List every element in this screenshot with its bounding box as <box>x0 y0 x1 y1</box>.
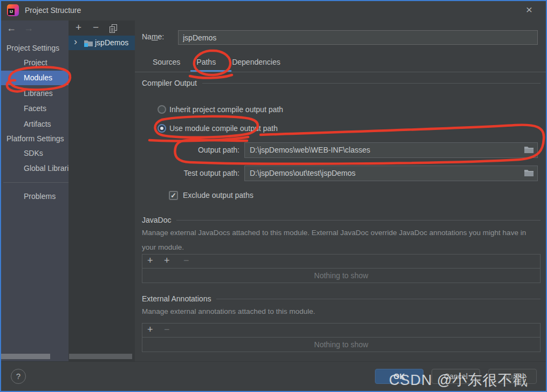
test-output-path-label: Test output path: <box>167 169 240 177</box>
sidebar-item-libraries[interactable]: Libraries <box>0 86 69 100</box>
add-module-button[interactable]: + <box>76 22 81 33</box>
javadoc-toolbar: + + − <box>142 255 540 269</box>
annotations-description: Manage external annotations attached to … <box>142 304 539 319</box>
tree-node-label: jspDemos <box>95 36 128 50</box>
back-arrow-icon[interactable]: ← <box>6 23 16 34</box>
sidebar-divider <box>3 182 69 183</box>
tab-dependencies[interactable]: Dependencies <box>232 54 281 70</box>
tree-horizontal-scrollbar[interactable] <box>69 354 132 359</box>
exclude-output-label[interactable]: Exclude output paths <box>183 191 254 200</box>
radio-inherit-output[interactable] <box>158 105 166 114</box>
sidebar-item-project[interactable]: Project <box>0 56 69 70</box>
test-output-path-field[interactable]: D:\jspDemos\out\test\jspDemos <box>244 166 538 181</box>
module-folder-icon <box>84 39 93 47</box>
sidebar-item-problems[interactable]: Problems <box>0 189 69 203</box>
browse-folder-icon[interactable] <box>524 169 534 177</box>
output-path-field[interactable]: D:\jspDemos\web\WEB-INF\classes <box>244 142 538 158</box>
remove-annotation-button: − <box>164 324 170 335</box>
remove-module-button[interactable]: − <box>93 22 99 33</box>
remove-javadoc-button: − <box>183 255 189 266</box>
annotations-list-box: + − Nothing to show <box>142 323 541 352</box>
copy-module-icon[interactable] <box>110 24 118 33</box>
javadoc-list-box: + + − Nothing to show <box>142 254 541 283</box>
add-javadoc-url-button[interactable]: + <box>164 255 170 266</box>
project-structure-dialog: IJ Project Structure × ← → Project Setti… <box>0 0 547 392</box>
javadoc-description: Manage external JavaDocs attached to thi… <box>142 225 539 255</box>
title-bar: IJ Project Structure × <box>0 0 547 20</box>
add-javadoc-button[interactable]: + <box>147 255 153 266</box>
annotations-toolbar: + − <box>142 324 540 338</box>
javadoc-empty-text: Nothing to show <box>142 269 540 283</box>
module-tree-panel: + − › jspDemos <box>69 20 135 361</box>
module-name-input[interactable] <box>178 30 538 45</box>
tab-sources[interactable]: Sources <box>153 54 180 70</box>
exclude-output-checkbox[interactable]: ✓ <box>169 191 178 200</box>
csdn-watermark: CSDN @小东很不戳 <box>389 370 528 390</box>
annotations-section-header: External Annotations <box>142 294 541 303</box>
radio-use-module-output[interactable] <box>158 124 166 133</box>
tabs-separator <box>135 72 547 72</box>
javadoc-section-header: JavaDoc <box>142 216 541 224</box>
sidebar-item-artifacts[interactable]: Artifacts <box>0 117 69 131</box>
tree-node-jspdemos[interactable]: › jspDemos <box>69 36 135 50</box>
name-label: Name: <box>142 32 164 41</box>
module-settings-pane: Name: Sources Paths Dependencies Compile… <box>135 20 547 361</box>
output-path-label: Output path: <box>167 146 240 154</box>
close-icon[interactable]: × <box>521 0 537 19</box>
compiler-output-section-header: Compiler Output <box>142 79 541 87</box>
forward-arrow-icon: → <box>24 23 33 34</box>
sidebar-item-facets[interactable]: Facets <box>0 101 69 115</box>
chevron-right-icon[interactable]: › <box>74 36 77 47</box>
sidebar-group-platform-settings: Platform Settings <box>0 132 69 146</box>
tab-paths[interactable]: Paths <box>196 54 216 70</box>
sidebar-item-modules[interactable]: Modules <box>0 71 69 85</box>
sidebar-group-project-settings: Project Settings <box>0 41 69 55</box>
intellij-logo-icon: IJ <box>7 4 19 16</box>
settings-sidebar: ← → Project Settings Project Modules Lib… <box>0 20 69 361</box>
help-button[interactable]: ? <box>11 369 26 384</box>
radio-inherit-label[interactable]: Inherit project compile output path <box>169 105 283 114</box>
sidebar-horizontal-scrollbar[interactable] <box>0 354 50 359</box>
add-annotation-button[interactable]: + <box>147 324 153 335</box>
module-tabs: Sources Paths Dependencies <box>153 54 281 70</box>
sidebar-item-global-libraries[interactable]: Global Libraries <box>0 161 69 175</box>
browse-folder-icon[interactable] <box>524 146 534 154</box>
sidebar-item-sdks[interactable]: SDKs <box>0 146 69 160</box>
annotations-empty-text: Nothing to show <box>142 338 540 352</box>
window-title: Project Structure <box>25 0 81 20</box>
radio-use-module-label[interactable]: Use module compile output path <box>169 124 278 133</box>
